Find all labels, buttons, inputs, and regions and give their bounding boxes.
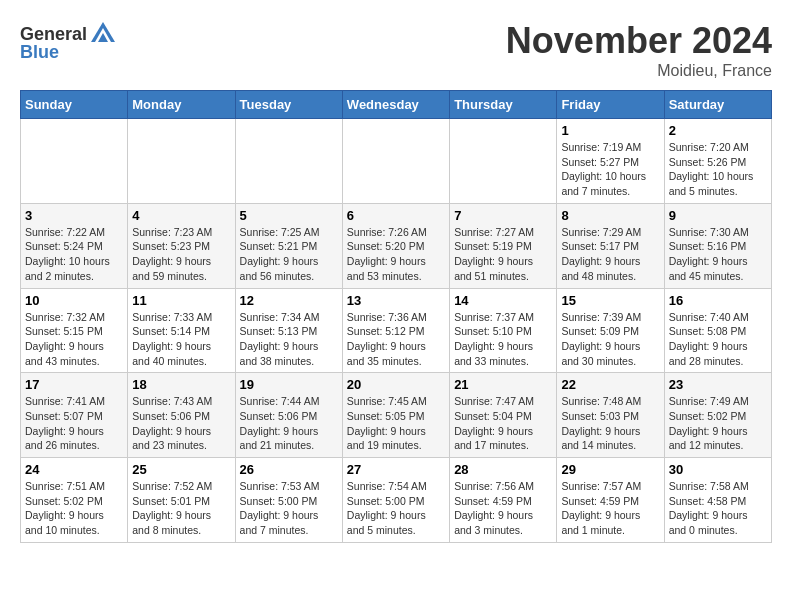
calendar-week-3: 10Sunrise: 7:32 AM Sunset: 5:15 PM Dayli… — [21, 288, 772, 373]
day-number: 27 — [347, 462, 445, 477]
calendar-cell: 14Sunrise: 7:37 AM Sunset: 5:10 PM Dayli… — [450, 288, 557, 373]
calendar-cell: 23Sunrise: 7:49 AM Sunset: 5:02 PM Dayli… — [664, 373, 771, 458]
day-info: Sunrise: 7:49 AM Sunset: 5:02 PM Dayligh… — [669, 394, 767, 453]
calendar-cell — [128, 119, 235, 204]
title-area: November 2024 Moidieu, France — [506, 20, 772, 80]
day-info: Sunrise: 7:48 AM Sunset: 5:03 PM Dayligh… — [561, 394, 659, 453]
calendar-cell: 28Sunrise: 7:56 AM Sunset: 4:59 PM Dayli… — [450, 458, 557, 543]
day-info: Sunrise: 7:30 AM Sunset: 5:16 PM Dayligh… — [669, 225, 767, 284]
day-info: Sunrise: 7:25 AM Sunset: 5:21 PM Dayligh… — [240, 225, 338, 284]
weekday-header-friday: Friday — [557, 91, 664, 119]
weekday-header-thursday: Thursday — [450, 91, 557, 119]
calendar-cell: 4Sunrise: 7:23 AM Sunset: 5:23 PM Daylig… — [128, 203, 235, 288]
day-info: Sunrise: 7:41 AM Sunset: 5:07 PM Dayligh… — [25, 394, 123, 453]
day-info: Sunrise: 7:45 AM Sunset: 5:05 PM Dayligh… — [347, 394, 445, 453]
day-number: 24 — [25, 462, 123, 477]
day-number: 22 — [561, 377, 659, 392]
day-number: 30 — [669, 462, 767, 477]
day-info: Sunrise: 7:34 AM Sunset: 5:13 PM Dayligh… — [240, 310, 338, 369]
day-number: 15 — [561, 293, 659, 308]
day-number: 14 — [454, 293, 552, 308]
day-info: Sunrise: 7:44 AM Sunset: 5:06 PM Dayligh… — [240, 394, 338, 453]
day-info: Sunrise: 7:39 AM Sunset: 5:09 PM Dayligh… — [561, 310, 659, 369]
day-number: 3 — [25, 208, 123, 223]
day-number: 8 — [561, 208, 659, 223]
weekday-header-row: SundayMondayTuesdayWednesdayThursdayFrid… — [21, 91, 772, 119]
calendar-cell: 22Sunrise: 7:48 AM Sunset: 5:03 PM Dayli… — [557, 373, 664, 458]
page-header: General Blue November 2024 Moidieu, Fran… — [20, 20, 772, 80]
calendar-cell: 29Sunrise: 7:57 AM Sunset: 4:59 PM Dayli… — [557, 458, 664, 543]
calendar-cell: 17Sunrise: 7:41 AM Sunset: 5:07 PM Dayli… — [21, 373, 128, 458]
day-info: Sunrise: 7:57 AM Sunset: 4:59 PM Dayligh… — [561, 479, 659, 538]
day-info: Sunrise: 7:23 AM Sunset: 5:23 PM Dayligh… — [132, 225, 230, 284]
day-info: Sunrise: 7:19 AM Sunset: 5:27 PM Dayligh… — [561, 140, 659, 199]
day-number: 21 — [454, 377, 552, 392]
calendar-week-4: 17Sunrise: 7:41 AM Sunset: 5:07 PM Dayli… — [21, 373, 772, 458]
day-info: Sunrise: 7:36 AM Sunset: 5:12 PM Dayligh… — [347, 310, 445, 369]
day-number: 4 — [132, 208, 230, 223]
calendar-cell: 3Sunrise: 7:22 AM Sunset: 5:24 PM Daylig… — [21, 203, 128, 288]
day-number: 28 — [454, 462, 552, 477]
day-number: 12 — [240, 293, 338, 308]
calendar-cell: 30Sunrise: 7:58 AM Sunset: 4:58 PM Dayli… — [664, 458, 771, 543]
day-info: Sunrise: 7:40 AM Sunset: 5:08 PM Dayligh… — [669, 310, 767, 369]
calendar-cell: 9Sunrise: 7:30 AM Sunset: 5:16 PM Daylig… — [664, 203, 771, 288]
day-number: 2 — [669, 123, 767, 138]
month-title: November 2024 — [506, 20, 772, 62]
day-number: 7 — [454, 208, 552, 223]
day-info: Sunrise: 7:43 AM Sunset: 5:06 PM Dayligh… — [132, 394, 230, 453]
calendar-table: SundayMondayTuesdayWednesdayThursdayFrid… — [20, 90, 772, 543]
calendar-cell: 26Sunrise: 7:53 AM Sunset: 5:00 PM Dayli… — [235, 458, 342, 543]
day-info: Sunrise: 7:52 AM Sunset: 5:01 PM Dayligh… — [132, 479, 230, 538]
day-number: 10 — [25, 293, 123, 308]
calendar-cell: 6Sunrise: 7:26 AM Sunset: 5:20 PM Daylig… — [342, 203, 449, 288]
day-number: 25 — [132, 462, 230, 477]
weekday-header-saturday: Saturday — [664, 91, 771, 119]
calendar-cell: 16Sunrise: 7:40 AM Sunset: 5:08 PM Dayli… — [664, 288, 771, 373]
calendar-cell: 2Sunrise: 7:20 AM Sunset: 5:26 PM Daylig… — [664, 119, 771, 204]
calendar-cell: 7Sunrise: 7:27 AM Sunset: 5:19 PM Daylig… — [450, 203, 557, 288]
weekday-header-wednesday: Wednesday — [342, 91, 449, 119]
day-info: Sunrise: 7:26 AM Sunset: 5:20 PM Dayligh… — [347, 225, 445, 284]
calendar-cell — [235, 119, 342, 204]
calendar-cell: 5Sunrise: 7:25 AM Sunset: 5:21 PM Daylig… — [235, 203, 342, 288]
day-number: 11 — [132, 293, 230, 308]
calendar-cell — [21, 119, 128, 204]
calendar-cell — [342, 119, 449, 204]
day-info: Sunrise: 7:51 AM Sunset: 5:02 PM Dayligh… — [25, 479, 123, 538]
weekday-header-monday: Monday — [128, 91, 235, 119]
calendar-cell: 11Sunrise: 7:33 AM Sunset: 5:14 PM Dayli… — [128, 288, 235, 373]
day-number: 13 — [347, 293, 445, 308]
calendar-cell: 12Sunrise: 7:34 AM Sunset: 5:13 PM Dayli… — [235, 288, 342, 373]
day-info: Sunrise: 7:29 AM Sunset: 5:17 PM Dayligh… — [561, 225, 659, 284]
day-info: Sunrise: 7:47 AM Sunset: 5:04 PM Dayligh… — [454, 394, 552, 453]
day-info: Sunrise: 7:58 AM Sunset: 4:58 PM Dayligh… — [669, 479, 767, 538]
calendar-cell: 25Sunrise: 7:52 AM Sunset: 5:01 PM Dayli… — [128, 458, 235, 543]
logo-icon — [89, 20, 117, 48]
day-info: Sunrise: 7:22 AM Sunset: 5:24 PM Dayligh… — [25, 225, 123, 284]
calendar-cell: 13Sunrise: 7:36 AM Sunset: 5:12 PM Dayli… — [342, 288, 449, 373]
day-number: 16 — [669, 293, 767, 308]
day-info: Sunrise: 7:56 AM Sunset: 4:59 PM Dayligh… — [454, 479, 552, 538]
weekday-header-sunday: Sunday — [21, 91, 128, 119]
day-number: 17 — [25, 377, 123, 392]
day-info: Sunrise: 7:32 AM Sunset: 5:15 PM Dayligh… — [25, 310, 123, 369]
calendar-week-2: 3Sunrise: 7:22 AM Sunset: 5:24 PM Daylig… — [21, 203, 772, 288]
day-info: Sunrise: 7:33 AM Sunset: 5:14 PM Dayligh… — [132, 310, 230, 369]
weekday-header-tuesday: Tuesday — [235, 91, 342, 119]
day-info: Sunrise: 7:20 AM Sunset: 5:26 PM Dayligh… — [669, 140, 767, 199]
logo: General Blue — [20, 20, 119, 63]
location-subtitle: Moidieu, France — [506, 62, 772, 80]
calendar-cell: 15Sunrise: 7:39 AM Sunset: 5:09 PM Dayli… — [557, 288, 664, 373]
day-info: Sunrise: 7:27 AM Sunset: 5:19 PM Dayligh… — [454, 225, 552, 284]
calendar-cell: 24Sunrise: 7:51 AM Sunset: 5:02 PM Dayli… — [21, 458, 128, 543]
calendar-cell: 20Sunrise: 7:45 AM Sunset: 5:05 PM Dayli… — [342, 373, 449, 458]
calendar-week-5: 24Sunrise: 7:51 AM Sunset: 5:02 PM Dayli… — [21, 458, 772, 543]
day-number: 1 — [561, 123, 659, 138]
calendar-cell: 8Sunrise: 7:29 AM Sunset: 5:17 PM Daylig… — [557, 203, 664, 288]
calendar-cell: 10Sunrise: 7:32 AM Sunset: 5:15 PM Dayli… — [21, 288, 128, 373]
calendar-cell: 27Sunrise: 7:54 AM Sunset: 5:00 PM Dayli… — [342, 458, 449, 543]
calendar-cell: 18Sunrise: 7:43 AM Sunset: 5:06 PM Dayli… — [128, 373, 235, 458]
calendar-cell: 1Sunrise: 7:19 AM Sunset: 5:27 PM Daylig… — [557, 119, 664, 204]
day-number: 5 — [240, 208, 338, 223]
